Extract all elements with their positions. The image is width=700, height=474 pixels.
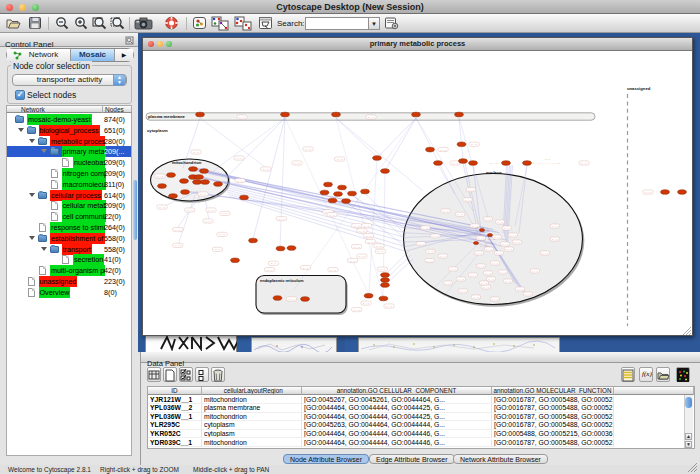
svg-text:[-- --]: [-- --] (376, 245, 382, 248)
svg-text:[-- --]: [-- --] (506, 248, 512, 251)
svg-text:[---- --]: [---- --] (480, 245, 487, 248)
svg-text:[-- --]: [-- --] (159, 206, 165, 209)
svg-text:[-- --]: [-- --] (428, 250, 434, 253)
svg-text:[-- --]: [-- --] (175, 229, 181, 232)
svg-text:[-- --]: [-- --] (500, 271, 506, 274)
svg-text:[-- --]: [-- --] (271, 262, 277, 265)
svg-text:[-- --]: [-- --] (175, 244, 181, 247)
svg-text:[-- --]: [-- --] (440, 149, 446, 152)
svg-text:[-- --]: [-- --] (329, 214, 335, 217)
svg-text:[-- --]: [-- --] (452, 162, 458, 165)
svg-text:[-- --]: [-- --] (471, 143, 477, 146)
svg-text:nucleus: nucleus (486, 170, 502, 175)
svg-text:[-- --]: [-- --] (465, 199, 471, 202)
svg-text:[-- --]: [-- --] (305, 148, 311, 151)
svg-text:[-- --]: [-- --] (193, 151, 199, 154)
svg-text:[-- --]: [-- --] (460, 290, 466, 293)
svg-text:[-- --]: [-- --] (481, 282, 487, 285)
svg-text:[-- --]: [-- --] (294, 162, 300, 165)
svg-text:[-- --]: [-- --] (502, 243, 508, 246)
svg-text:[-- --]: [-- --] (215, 248, 221, 251)
svg-text:[-- --]: [-- --] (492, 298, 498, 301)
svg-text:[-- --]: [-- --] (350, 260, 356, 263)
svg-text:mitochondrion: mitochondrion (172, 160, 202, 165)
svg-text:[-- --]: [-- --] (494, 236, 500, 239)
svg-text:[-- --]: [-- --] (418, 243, 424, 246)
svg-text:[-- --]: [-- --] (237, 180, 243, 183)
svg-text:[-- --]: [-- --] (386, 305, 392, 308)
svg-text:[-- --]: [-- --] (380, 268, 386, 271)
svg-text:[-- --]: [-- --] (157, 175, 163, 178)
svg-text:[-- --]: [-- --] (542, 252, 548, 255)
svg-text:[-- --]: [-- --] (427, 260, 433, 263)
svg-text:endoplasmic reticulum: endoplasmic reticulum (260, 278, 304, 283)
svg-text:plasma membrane: plasma membrane (148, 114, 185, 119)
svg-text:[-- --]: [-- --] (219, 233, 225, 236)
svg-text:[----]: [----] (545, 158, 550, 161)
svg-text:[-- --]: [-- --] (279, 218, 285, 221)
svg-text:[-- --]: [-- --] (239, 116, 245, 119)
svg-text:[---- --]: [---- --] (488, 238, 495, 241)
svg-text:[-- --]: [-- --] (483, 286, 489, 289)
svg-text:[-- --]: [-- --] (581, 162, 587, 165)
svg-text:[-- --]: [-- --] (532, 270, 538, 273)
svg-text:[-- --]: [-- --] (366, 235, 372, 238)
svg-text:[-- --]: [-- --] (457, 213, 463, 216)
svg-text:[-- --]: [-- --] (497, 221, 503, 224)
svg-text:[-- --]: [-- --] (363, 302, 369, 305)
svg-text:[-- --]: [-- --] (485, 218, 491, 221)
svg-text:[-- --]: [-- --] (485, 272, 491, 275)
svg-text:[-- --]: [-- --] (236, 157, 242, 160)
svg-text:[-- --]: [-- --] (496, 252, 502, 255)
svg-text:[-- --]: [-- --] (445, 282, 451, 285)
svg-text:unassigned: unassigned (627, 86, 651, 91)
svg-text:[-- --]: [-- --] (200, 193, 206, 196)
svg-text:[-- --]: [-- --] (368, 241, 374, 244)
svg-text:[-- --]: [-- --] (504, 227, 510, 230)
svg-text:[-- --]: [-- --] (289, 298, 295, 301)
svg-text:[-- --]: [-- --] (267, 269, 273, 272)
svg-text:[-- --]: [-- --] (354, 309, 360, 312)
svg-text:[-- --]: [-- --] (552, 238, 558, 241)
svg-text:[-- --]: [-- --] (368, 116, 374, 119)
svg-text:[-- --]: [-- --] (476, 252, 482, 255)
svg-text:[-- --]: [-- --] (488, 278, 494, 281)
svg-text:[-- --]: [-- --] (359, 255, 365, 258)
svg-text:[-- --]: [-- --] (205, 220, 211, 223)
svg-text:[-- --]: [-- --] (263, 168, 269, 171)
svg-text:cytoplasm: cytoplasm (147, 128, 168, 133)
svg-text:[-- --]: [-- --] (443, 210, 449, 213)
svg-text:[-- --]: [-- --] (468, 189, 474, 192)
svg-text:[-- --]: [-- --] (510, 234, 516, 237)
svg-text:[-- --]: [-- --] (440, 255, 446, 258)
svg-text:[-- --]: [-- --] (450, 268, 456, 271)
svg-text:[-- --]: [-- --] (492, 262, 498, 265)
svg-text:[-- --]: [-- --] (354, 225, 360, 228)
svg-text:[-- ----]: [-- ----] (490, 162, 497, 165)
svg-text:[-- --]: [-- --] (378, 250, 384, 253)
svg-text:[-- --]: [-- --] (470, 274, 476, 277)
svg-text:[-- --]: [-- --] (359, 230, 365, 233)
svg-text:[-- --]: [-- --] (458, 278, 464, 281)
svg-text:[-- --]: [-- --] (303, 267, 309, 270)
svg-text:[-- --]: [-- --] (478, 265, 484, 268)
svg-text:[-- --]: [-- --] (330, 269, 336, 272)
svg-text:[-- --]: [-- --] (354, 246, 360, 249)
svg-text:[-- --]: [-- --] (505, 280, 511, 283)
svg-text:[-- --]: [-- --] (433, 235, 439, 238)
svg-text:[---- --]: [---- --] (474, 233, 481, 236)
svg-text:[-- --]: [-- --] (552, 225, 558, 228)
svg-text:[-- ---- ---- ---- ---- ---- -: [-- ---- ---- ---- ---- ---- ---] (533, 162, 560, 165)
svg-text:[-- --]: [-- --] (514, 241, 520, 244)
svg-text:[-- --]: [-- --] (525, 293, 531, 296)
svg-text:[-- --]: [-- --] (517, 288, 523, 291)
svg-text:[-- --]: [-- --] (337, 158, 343, 161)
svg-text:[-- --]: [-- --] (222, 212, 228, 215)
svg-text:[-- --]: [-- --] (645, 191, 651, 194)
svg-text:[-- --]: [-- --] (473, 296, 479, 299)
svg-text:[-- --]: [-- --] (364, 225, 370, 228)
svg-text:[-- --]: [-- --] (486, 248, 492, 251)
svg-text:[-- --]: [-- --] (187, 209, 193, 212)
svg-text:[-- --]: [-- --] (423, 227, 429, 230)
svg-text:[-- --]: [-- --] (208, 209, 214, 212)
